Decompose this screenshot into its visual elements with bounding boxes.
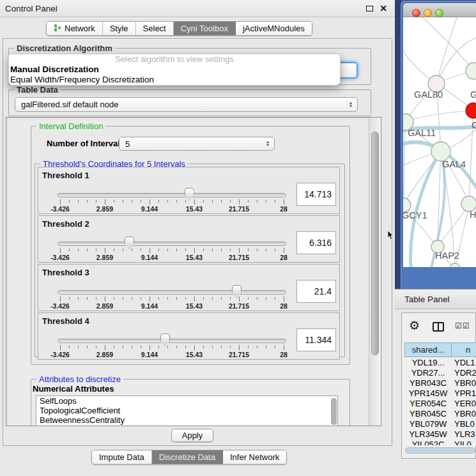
checkbox-icons[interactable]: ☑☑ xyxy=(455,321,470,330)
slider-tick xyxy=(266,249,266,251)
tab-label: Network xyxy=(65,24,95,33)
slider-tick xyxy=(150,345,150,350)
slider-tick xyxy=(87,297,88,300)
close-icon[interactable]: ✕ xyxy=(380,3,387,13)
minimize-button[interactable] xyxy=(424,9,432,17)
slider-tick-label: 9.144 xyxy=(141,205,158,213)
apply-button[interactable]: Apply xyxy=(171,429,213,442)
tab-infer-network[interactable]: Infer Network xyxy=(223,450,286,464)
list-item[interactable]: BetweennessCentrality xyxy=(36,415,337,425)
dropdown-prompt-item[interactable]: Select algorithm to view settings xyxy=(9,54,340,65)
threshold-value-field[interactable]: 11.344 xyxy=(296,328,336,351)
slider-tick xyxy=(96,346,96,348)
threshold-label: Threshold 4 xyxy=(42,316,89,326)
slider-tick xyxy=(203,297,204,300)
numerical-attributes-label: Numerical Attributes xyxy=(33,384,114,394)
slider-tick xyxy=(114,297,114,300)
threshold-value-field[interactable]: 21.4 xyxy=(296,280,336,303)
tab-cyni-toolbox[interactable]: Cyni Toolbox xyxy=(174,22,236,35)
slider-tick xyxy=(69,249,70,251)
slider-tick xyxy=(60,296,61,302)
network-node[interactable] xyxy=(466,63,476,79)
table-row[interactable]: YLR345WYLR3 xyxy=(404,429,476,440)
settings-gear-icon[interactable]: ⚙ xyxy=(409,319,420,332)
horizontal-scrollbar-thumb[interactable] xyxy=(405,447,475,454)
panel-scrollbar-thumb[interactable] xyxy=(371,132,379,355)
slider-tick xyxy=(194,248,195,253)
threshold-card: Threshold 2-3.4262.8599.14415.4321.71528… xyxy=(38,215,340,263)
cell-name: YDL1 xyxy=(452,358,476,368)
table-row[interactable]: YBR043CYBR0 xyxy=(404,378,476,388)
cell-name: YER0 xyxy=(452,399,476,409)
cell-name: YIL0 xyxy=(452,440,476,445)
slider-tick xyxy=(176,200,177,203)
list-item[interactable]: TopologicalCoefficient xyxy=(36,406,337,415)
slider-tick xyxy=(158,200,159,203)
slider-tick xyxy=(123,346,123,348)
slider-tick xyxy=(141,249,141,251)
slider-track[interactable] xyxy=(58,193,286,197)
column-header-shared[interactable]: shared... xyxy=(404,342,452,357)
zoom-button[interactable] xyxy=(435,9,443,17)
list-item[interactable]: SelfLoops xyxy=(36,396,337,406)
slider-tick xyxy=(266,346,266,348)
table-row[interactable]: YDL19...YDL1 xyxy=(404,358,476,368)
slider-tick xyxy=(167,297,168,300)
network-node[interactable] xyxy=(450,263,460,267)
slider-tick xyxy=(87,346,88,348)
slider-thumb[interactable] xyxy=(185,188,194,201)
slider-track[interactable] xyxy=(58,290,286,295)
table-row[interactable]: YIL052CYIL0 xyxy=(404,440,476,445)
slider-tick-label: 2.859 xyxy=(96,351,113,358)
numerical-attributes-list[interactable]: SelfLoopsTopologicalCoefficientBetweenne… xyxy=(36,395,338,426)
dropdown-item[interactable]: Manual Discretization xyxy=(9,65,340,75)
control-panel-titlebar: Control Panel ✕ xyxy=(0,0,395,17)
threshold-value-field[interactable]: 6.316 xyxy=(296,231,336,254)
table-row[interactable]: YER054CYER0 xyxy=(404,399,476,409)
slider-tick xyxy=(230,297,231,300)
threshold-label: Threshold 3 xyxy=(42,268,89,277)
table-data-group: Table Data galFiltered.sif default node … xyxy=(8,89,371,116)
threshold-value-field[interactable]: 14.713 xyxy=(296,183,336,206)
cell-name: YDR2 xyxy=(452,368,476,378)
tab-network[interactable]: Network xyxy=(47,22,103,35)
table-row[interactable]: YBR045CYBR0 xyxy=(404,409,476,419)
slider-tick xyxy=(194,199,195,204)
close-button[interactable] xyxy=(412,9,420,17)
network-node-label: GCY1 xyxy=(403,210,427,220)
slider-track[interactable] xyxy=(58,339,286,343)
tab-label: Discretize Data xyxy=(159,452,215,462)
slider-thumb[interactable] xyxy=(160,334,170,346)
threshold-card: Threshold 1-3.4262.8599.14415.4321.71528… xyxy=(38,167,340,214)
table-data-combobox[interactable]: galFiltered.sif default node ▲▼ xyxy=(15,97,358,112)
panel-scrollbar-track[interactable] xyxy=(369,118,381,426)
tab-discretize-data[interactable]: Discretize Data xyxy=(152,450,223,464)
cell-shared-name: YPR145W xyxy=(404,388,452,399)
tab-label: Select xyxy=(143,24,166,33)
column-split-icon[interactable] xyxy=(433,322,444,332)
slider-tick xyxy=(78,297,79,300)
network-view-canvas[interactable]: GAL80GACGAL11GAL4GCY1HHAP2 xyxy=(403,17,476,267)
dropdown-item[interactable]: Equal Width/Frequency Discretization xyxy=(9,75,340,85)
tab-impute-data[interactable]: Impute Data xyxy=(92,450,152,464)
table-row[interactable]: YDR27...YDR2 xyxy=(404,368,476,378)
slider-track[interactable] xyxy=(58,242,286,246)
float-window-icon[interactable] xyxy=(366,6,373,12)
tab-jactivemnodules[interactable]: jActiveMNodules xyxy=(236,22,312,35)
table-row[interactable]: YBL079WYBL0 xyxy=(404,419,476,429)
slider-tick xyxy=(275,297,275,300)
slider-thumb[interactable] xyxy=(232,285,242,298)
tab-select[interactable]: Select xyxy=(136,22,174,35)
table-row[interactable]: YPR145WYPR1 xyxy=(404,388,476,399)
slider-tick xyxy=(132,200,132,203)
network-node[interactable] xyxy=(431,142,450,161)
column-header-name[interactable]: n xyxy=(452,342,476,357)
slider-tick xyxy=(176,346,177,348)
tab-style[interactable]: Style xyxy=(103,22,136,35)
number-of-intervals-combobox[interactable]: 5 ▲▼ xyxy=(119,137,275,151)
slider-thumb[interactable] xyxy=(125,236,134,249)
list-scrollbar-thumb[interactable] xyxy=(331,398,337,425)
table-panel-titlebar: Table Panel xyxy=(395,289,476,309)
slider-tick xyxy=(96,297,96,300)
threshold-label: Threshold 2 xyxy=(42,219,89,229)
